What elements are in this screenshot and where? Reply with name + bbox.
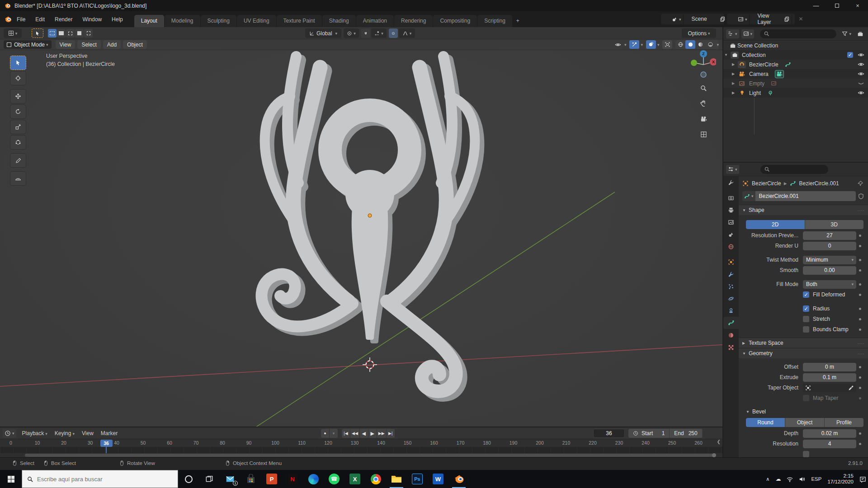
gizmo-dropdown-chevron[interactable]: ▾ <box>641 42 643 47</box>
animate-dot[interactable] <box>856 397 863 399</box>
overlays-dropdown-chevron[interactable]: ▾ <box>657 42 660 47</box>
close-button[interactable]: × <box>847 0 868 11</box>
empty-data-icon[interactable] <box>771 80 777 86</box>
options-dropdown[interactable]: Options ▾ <box>682 28 716 38</box>
transform-orientation-dropdown[interactable]: Global ▾ <box>305 28 341 38</box>
bevel-round-button[interactable]: Round <box>746 418 785 427</box>
outliner-search-input[interactable] <box>760 29 836 38</box>
tab-animation[interactable]: Animation <box>356 15 394 27</box>
row-label[interactable]: Collection <box>742 52 766 58</box>
animate-dot[interactable] <box>856 259 863 261</box>
menu-window[interactable]: Window <box>77 14 107 24</box>
row-label[interactable]: Empty <box>749 80 764 87</box>
row-label[interactable]: Light <box>749 90 761 96</box>
visibility-dropdown-chevron[interactable]: ▾ <box>624 42 627 47</box>
expand-icon[interactable]: ▶ <box>731 91 736 95</box>
menu-edit[interactable]: Edit <box>30 14 50 24</box>
current-frame-field[interactable]: 36 <box>593 429 625 438</box>
view-layer-selector[interactable]: ▾ View Layer ✕ <box>727 14 795 24</box>
mode-3d-button[interactable]: 3D <box>805 220 864 229</box>
tab-texture-icon[interactable] <box>723 341 739 353</box>
logo-object[interactable] <box>261 56 475 391</box>
cortana-icon[interactable] <box>178 470 199 488</box>
tool-cursor[interactable] <box>10 71 26 85</box>
scene-selector[interactable]: ▾ Scene ✕ <box>661 14 724 24</box>
start-frame-field[interactable]: Start1 <box>628 429 670 438</box>
curve-data-browse-icon[interactable]: ▾ <box>742 191 755 201</box>
viewport-menu-object[interactable]: Object <box>123 40 147 49</box>
view-layer-name[interactable]: View Layer <box>754 13 775 25</box>
active-tool-icon[interactable] <box>32 28 43 38</box>
timeline-menu-view[interactable]: View <box>78 430 97 436</box>
pivot-point-dropdown[interactable]: ▾ <box>344 28 359 38</box>
bevel-profile-button[interactable]: Profile <box>825 418 863 427</box>
expand-icon[interactable]: ▶ <box>731 72 736 76</box>
eye-icon[interactable] <box>858 61 864 68</box>
animate-dot[interactable] <box>856 283 863 286</box>
animate-dot[interactable] <box>856 294 863 296</box>
tab-scene-icon[interactable] <box>723 228 739 240</box>
panel-drag-dots[interactable]: ∙∙∙∙ <box>858 351 864 356</box>
pin-icon[interactable] <box>857 180 863 187</box>
editor-type-selector[interactable]: ▾ <box>4 28 22 38</box>
fake-user-shield-icon[interactable] <box>858 192 864 199</box>
previous-keyframe-button[interactable]: ◀◀ <box>350 429 360 438</box>
panel-drag-dots[interactable]: ∙∙∙∙ <box>858 341 864 346</box>
powerpoint-icon[interactable]: P <box>261 470 282 488</box>
new-view-layer-icon[interactable] <box>782 14 792 25</box>
play-button[interactable]: ▶ <box>368 429 377 438</box>
search-input[interactable] <box>37 476 164 483</box>
tab-view-layer-icon[interactable] <box>723 216 739 228</box>
camera-data-icon[interactable] <box>775 70 784 78</box>
animate-dot[interactable] <box>856 376 863 379</box>
row-label[interactable]: Camera <box>749 71 769 77</box>
mode-2d-button[interactable]: 2D <box>746 220 805 229</box>
outliner-row-collection[interactable]: ▼ Collection ✓ <box>723 50 868 60</box>
tab-rendering[interactable]: Rendering <box>394 15 433 27</box>
bevel-depth-field[interactable]: 0.02 m <box>803 429 856 438</box>
twist-method-dropdown[interactable]: Minimum▾ <box>803 256 856 264</box>
animate-dot[interactable] <box>856 328 863 331</box>
tab-object-data-icon[interactable] <box>723 317 739 329</box>
tab-compositing[interactable]: Compositing <box>433 15 477 27</box>
add-workspace-button[interactable]: + <box>513 15 523 27</box>
edge-icon[interactable] <box>303 470 324 488</box>
radius-checkbox[interactable]: ✓ <box>803 305 809 312</box>
animate-dot[interactable] <box>856 308 863 310</box>
menu-render[interactable]: Render <box>50 14 77 24</box>
next-keyframe-button[interactable]: ▶▶ <box>377 429 387 438</box>
shading-wireframe-icon[interactable] <box>675 40 685 49</box>
proportional-falloff-dropdown[interactable]: ▾ <box>399 28 415 38</box>
shape-panel-header[interactable]: ▼Shape ∙∙∙∙ <box>739 205 868 215</box>
shading-solid-icon[interactable] <box>685 40 695 49</box>
animate-dot[interactable] <box>856 318 863 320</box>
network-icon[interactable] <box>787 476 793 482</box>
smooth-field[interactable]: 0.00 <box>803 266 856 275</box>
show-overlays-icon[interactable] <box>646 40 656 49</box>
breadcrumb-data[interactable]: BezierCircle.001 <box>799 180 839 187</box>
bounds-clamp-checkbox[interactable] <box>803 326 809 333</box>
viewport-pan-icon[interactable] <box>697 97 710 110</box>
tool-scale[interactable] <box>10 120 26 134</box>
tool-rotate[interactable] <box>10 104 26 119</box>
outliner-row-empty[interactable]: ▶ Empty <box>723 79 868 88</box>
outliner-filter-image-dropdown[interactable]: ▾ <box>741 29 755 38</box>
outliner-row-beziercircle[interactable]: ▶ BezierCircle <box>723 60 868 69</box>
expand-icon[interactable]: ▶ <box>731 81 736 85</box>
axis-y-ball[interactable] <box>691 60 697 66</box>
snap-target-dropdown[interactable]: ▾ <box>371 28 387 38</box>
render-u-field[interactable]: 0 <box>803 242 856 250</box>
geometry-panel-header[interactable]: ▼Geometry ∙∙∙∙ <box>739 348 868 358</box>
bevel-subpanel-header[interactable]: ▼ Bevel <box>739 408 863 416</box>
scene-name[interactable]: Scene <box>688 16 711 22</box>
viewport-3d[interactable]: Object Mode ▾ View Select Add Object ▾ ▾… <box>0 39 722 427</box>
timeline-menu-marker[interactable]: Marker <box>97 430 121 436</box>
viewport-camera-icon[interactable] <box>697 112 710 126</box>
language-indicator[interactable]: ESP <box>811 476 821 482</box>
jump-to-start-button[interactable]: |◀ <box>342 429 350 438</box>
tab-shading[interactable]: Shading <box>322 15 356 27</box>
viewport-menu-view[interactable]: View <box>56 40 75 49</box>
word-icon[interactable]: W <box>428 470 448 488</box>
outliner-filter-dropdown[interactable]: ▾ <box>840 29 853 38</box>
excel-icon[interactable]: X <box>344 470 365 488</box>
